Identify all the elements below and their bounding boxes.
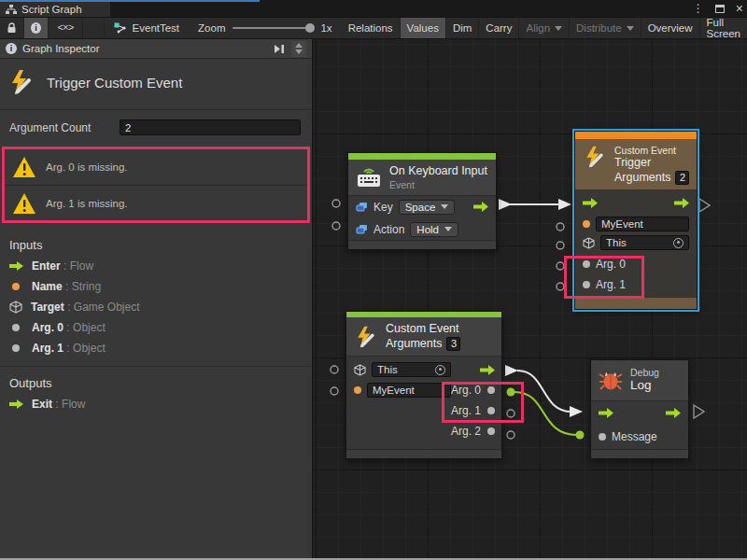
flow-port-icon [9,261,23,271]
node-footer [346,449,501,458]
graph-canvas[interactable]: On Keyboard Input Event Key Space Action… [313,39,747,558]
inspector-toggle-button[interactable]: i [24,18,49,38]
object-port-icon[interactable] [487,427,495,435]
overview-button[interactable]: Overview [641,18,700,38]
key-dropdown[interactable]: Space [399,200,456,215]
string-port-icon[interactable] [583,220,590,228]
edit-script-button[interactable]: <×> [49,18,83,38]
close-icon[interactable]: × [736,1,743,16]
target-field[interactable]: This [372,362,451,377]
arguments-count-input[interactable]: 3 [446,337,460,351]
node-header: Custom Event Arguments3 [346,317,501,357]
chevron-down-icon [627,26,634,31]
bug-icon [599,369,623,391]
arg-row: Arg. 1 [451,400,501,421]
fullscreen-button[interactable]: Full Screen [700,18,747,38]
flow-input-icon[interactable] [599,408,613,418]
input-port[interactable] [331,387,338,395]
flow-output-icon[interactable] [666,408,681,418]
flow-input-icon[interactable] [583,198,598,208]
io-row-name: Name : String [0,276,312,297]
distribute-button[interactable]: Distribute [570,18,641,38]
input-port[interactable] [557,262,564,270]
event-name-field[interactable]: MyEvent [596,217,689,231]
io-row-exit: Exit : Flow [0,394,312,414]
message-row: Message [591,426,688,448]
graph-reference[interactable]: EventTest [105,18,190,38]
output-port[interactable] [507,410,514,417]
object-port-icon[interactable] [599,433,606,441]
graph-inspector-panel: i Graph Inspector Trigger Custom Event [0,39,313,558]
graph-name-label: EventTest [133,22,180,34]
flow-output-icon[interactable] [473,202,488,212]
warning-row: Arg. 0 is missing. [5,149,307,185]
value-edge[interactable] [514,392,577,435]
relations-button[interactable]: Relations [342,18,401,38]
port-name: Enter [32,259,61,273]
toolbar-right-group: Relations Values Dim Carry Align Distrib… [342,18,747,38]
target-field[interactable]: This [600,235,689,250]
arg-row: Arg. 0 [451,380,501,400]
values-button[interactable]: Values [401,18,446,38]
object-port-icon[interactable] [487,407,495,414]
port-name: Name [32,280,63,293]
flow-edge-arrowhead [570,406,583,417]
node-debug-log[interactable]: Debug Log Message [590,359,689,459]
maximize-icon[interactable] [715,5,725,13]
object-picker-icon[interactable] [435,365,445,375]
input-port[interactable] [557,242,564,249]
outputs-heading: Outputs [0,367,312,394]
io-row-arg1: Arg. 1 : Object [0,338,312,358]
info-icon: i [31,22,41,34]
object-port-icon[interactable] [583,281,590,288]
lock-button[interactable] [0,18,24,38]
action-dropdown[interactable]: Hold [410,222,458,237]
zoom-slider[interactable] [233,27,313,29]
dim-button[interactable]: Dim [446,18,479,38]
output-port[interactable] [507,431,514,439]
chevron-down-icon [444,227,452,231]
align-button[interactable]: Align [519,18,570,38]
object-port-icon[interactable] [583,260,590,268]
string-port-icon[interactable] [354,386,361,394]
tab-script-graph[interactable]: Script Graph [0,2,110,17]
input-port[interactable] [332,200,340,207]
stepper-down-icon [295,49,303,54]
arguments-label: Arguments [386,337,442,352]
arguments-count-input[interactable]: 2 [675,171,689,185]
arg-label: Arg. 0 [596,258,626,271]
fullscreen-label: Full Screen [707,17,740,39]
flow-output-icon[interactable] [674,198,689,208]
arg-label: Arg. 1 [596,278,626,291]
object-port-icon[interactable] [487,386,495,394]
input-port[interactable] [331,366,338,373]
flow-output-icon[interactable] [480,365,495,375]
output-flow-port[interactable] [699,199,710,212]
flow-edge[interactable] [517,371,571,412]
zoom-slider-handle[interactable] [305,23,315,33]
node-trigger-custom-event[interactable]: Custom Event Trigger Arguments2 MyEvent [574,131,698,310]
key-label: Key [374,201,393,214]
gameobject-cube-icon[interactable] [354,364,366,376]
inspector-stepper[interactable] [291,41,306,57]
input-port[interactable] [557,283,564,290]
node-custom-event[interactable]: Custom Event Arguments3 This MyEvent [345,311,502,459]
argument-count-input[interactable]: 2 [120,119,301,135]
input-port[interactable] [557,223,564,231]
flow-edge-arrowhead [505,365,518,376]
warning-icon [12,156,36,178]
node-on-keyboard-input[interactable]: On Keyboard Input Event Key Space Action… [347,152,497,250]
object-picker-icon[interactable] [673,238,684,248]
carry-button[interactable]: Carry [479,18,519,38]
event-name-row: MyEvent [346,380,451,400]
gameobject-cube-icon[interactable] [583,237,595,249]
output-flow-port[interactable] [694,405,704,418]
event-name-field[interactable]: MyEvent [367,383,451,398]
menu-icon[interactable]: ⋮ [693,2,704,15]
arg-label: Arg. 2 [451,425,481,438]
dock-panel-icon[interactable] [274,44,286,54]
value-port-connected[interactable] [507,388,515,397]
value-port-connected[interactable] [576,431,585,440]
unit-title: Trigger Custom Event [47,75,182,91]
input-port[interactable] [332,222,340,230]
